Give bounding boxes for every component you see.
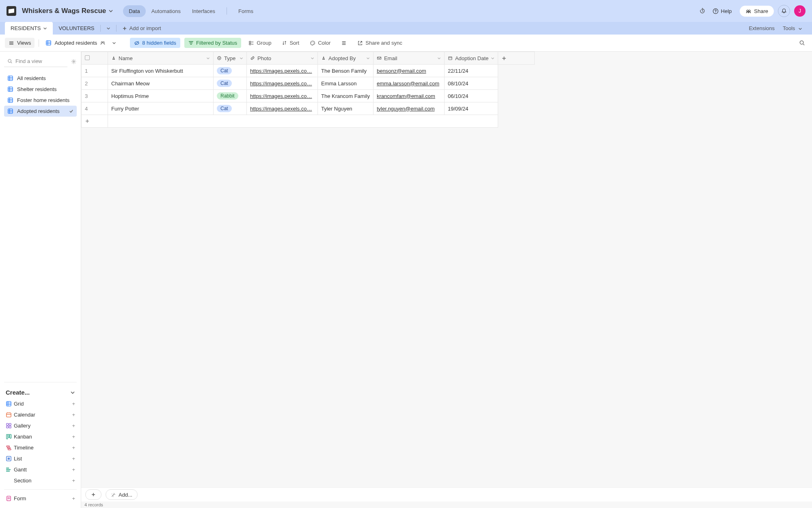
add-field-button[interactable]	[498, 52, 535, 65]
tab-residents[interactable]: RESIDENTS	[5, 22, 53, 35]
cell-name[interactable]: Furry Potter	[108, 102, 214, 115]
extensions-tools-group: Extensions Tools	[744, 22, 807, 35]
row-number[interactable]: 2	[82, 77, 108, 90]
nav-forms[interactable]: Forms	[233, 5, 259, 17]
cell-email[interactable]: bensonz@email.com	[373, 65, 444, 77]
tab-volunteers[interactable]: VOLUNTEERS	[53, 22, 100, 35]
search-icon	[799, 40, 805, 46]
user-avatar[interactable]: J	[794, 5, 806, 17]
help-button[interactable]: Help	[708, 8, 736, 14]
cell-adopted-by[interactable]: Emma Larsson	[318, 77, 374, 90]
create-header[interactable]: Create...	[4, 386, 77, 398]
cell-type[interactable]: Cat	[214, 65, 247, 77]
svg-rect-22	[6, 426, 9, 428]
plus-icon	[91, 492, 96, 497]
color-button[interactable]: Color	[307, 38, 334, 48]
cell-adoption-date[interactable]: 19/09/24	[444, 102, 498, 115]
chevron-down-icon[interactable]	[112, 41, 116, 45]
view-settings-button[interactable]	[71, 59, 77, 65]
column-header-photo[interactable]: Photo	[247, 52, 318, 65]
search-button[interactable]	[797, 38, 807, 48]
column-header-type[interactable]: Type	[214, 52, 247, 65]
add-row-plus[interactable]	[82, 115, 108, 128]
sidebar-view-adopted-residents[interactable]: Adopted residents	[4, 106, 77, 117]
views-button[interactable]: Views	[5, 38, 35, 48]
add-or-import-button[interactable]: Add or import	[117, 22, 167, 35]
chevron-down-icon[interactable]	[108, 9, 113, 13]
column-header-adoption-date[interactable]: Adoption Date	[444, 52, 498, 65]
cell-photo[interactable]: https://images.pexels.co…	[247, 77, 318, 90]
cell-email[interactable]: tyler.nguyen@email.com	[373, 102, 444, 115]
filter-button[interactable]: Filtered by Status	[184, 38, 241, 48]
hidden-fields-button[interactable]: 8 hidden fields	[130, 38, 180, 48]
cell-name[interactable]: Hoptimus Prime	[108, 90, 214, 102]
row-number[interactable]: 1	[82, 65, 108, 77]
create-calendar[interactable]: Calendar+	[4, 409, 77, 420]
tab-dropdown[interactable]	[101, 22, 116, 35]
cell-photo[interactable]: https://images.pexels.co…	[247, 102, 318, 115]
svg-rect-25	[8, 434, 9, 438]
add-menu-button[interactable]: Add...	[106, 489, 138, 500]
cell-type[interactable]: Cat	[214, 77, 247, 90]
plus-icon	[122, 26, 127, 31]
cell-type[interactable]: Cat	[214, 102, 247, 115]
extensions-button[interactable]: Extensions	[749, 25, 775, 31]
nav-interfaces[interactable]: Interfaces	[186, 5, 221, 17]
tools-button[interactable]: Tools	[783, 25, 802, 31]
create-gallery[interactable]: Gallery+	[4, 420, 77, 431]
cell-adopted-by[interactable]: The Benson Family	[318, 65, 374, 77]
table-row[interactable]: 2Chairman MeowCathttps://images.pexels.c…	[82, 77, 535, 90]
table-row[interactable]: 3Hoptimus PrimeRabbithttps://images.pexe…	[82, 90, 535, 102]
cell-email[interactable]: emma.larsson@email.com	[373, 77, 444, 90]
column-header-adopted-by[interactable]: Adopted By	[318, 52, 374, 65]
create-grid[interactable]: Grid+	[4, 398, 77, 409]
cell-photo[interactable]: https://images.pexels.co…	[247, 65, 318, 77]
history-icon[interactable]	[696, 5, 708, 17]
cell-empty	[498, 90, 535, 102]
cell-email[interactable]: krancomfam@email.com	[373, 90, 444, 102]
create-gantt[interactable]: Gantt+	[4, 464, 77, 475]
find-view-input[interactable]: Find a view	[4, 56, 67, 67]
create-timeline[interactable]: Timeline+	[4, 442, 77, 453]
add-record-button[interactable]	[85, 489, 102, 500]
group-label: Group	[257, 40, 271, 46]
row-number[interactable]: 3	[82, 90, 108, 102]
workspace-name[interactable]: Whiskers & Wags Rescue	[22, 7, 106, 15]
row-number[interactable]: 4	[82, 102, 108, 115]
nav-data[interactable]: Data	[123, 5, 145, 17]
create-form[interactable]: Form+	[4, 493, 77, 504]
select-all-header[interactable]	[82, 52, 108, 65]
sort-button[interactable]: Sort	[279, 38, 302, 48]
nav-automations[interactable]: Automations	[146, 5, 186, 17]
cell-adoption-date[interactable]: 06/10/24	[444, 90, 498, 102]
row-height-button[interactable]	[338, 38, 350, 48]
group-button[interactable]: Group	[245, 38, 274, 48]
text-field-icon	[321, 56, 326, 61]
sidebar-view-all-residents[interactable]: All residents	[4, 73, 77, 84]
create-list[interactable]: List+	[4, 453, 77, 464]
create-section[interactable]: Section+	[4, 475, 77, 486]
sidebar-view-shelter-residents[interactable]: Shelter residents	[4, 84, 77, 95]
cell-name[interactable]: Chairman Meow	[108, 77, 214, 90]
view-label: Adopted residents	[17, 108, 60, 114]
view-name-button[interactable]: Adopted residents	[43, 38, 108, 48]
table-row[interactable]: 4Furry PotterCathttps://images.pexels.co…	[82, 102, 535, 115]
cell-adopted-by[interactable]: The Krancom Family	[318, 90, 374, 102]
notifications-button[interactable]	[778, 5, 790, 17]
cell-type[interactable]: Rabbit	[214, 90, 247, 102]
share-button[interactable]: Share	[740, 6, 774, 17]
share-sync-button[interactable]: Share and sync	[354, 38, 405, 48]
svg-rect-7	[249, 43, 251, 45]
add-row[interactable]	[82, 115, 535, 128]
sidebar-view-foster-home-residents[interactable]: Foster home residents	[4, 95, 77, 106]
cell-name[interactable]: Sir Fluffington von Whiskerbutt	[108, 65, 214, 77]
table-row[interactable]: 1Sir Fluffington von WhiskerbuttCathttps…	[82, 65, 535, 77]
app-logo-icon[interactable]	[6, 6, 16, 16]
create-kanban[interactable]: Kanban+	[4, 431, 77, 442]
cell-photo[interactable]: https://images.pexels.co…	[247, 90, 318, 102]
column-header-email[interactable]: Email	[373, 52, 444, 65]
cell-adopted-by[interactable]: Tyler Nguyen	[318, 102, 374, 115]
column-header-name[interactable]: Name	[108, 52, 214, 65]
cell-adoption-date[interactable]: 08/10/24	[444, 77, 498, 90]
cell-adoption-date[interactable]: 22/11/24	[444, 65, 498, 77]
